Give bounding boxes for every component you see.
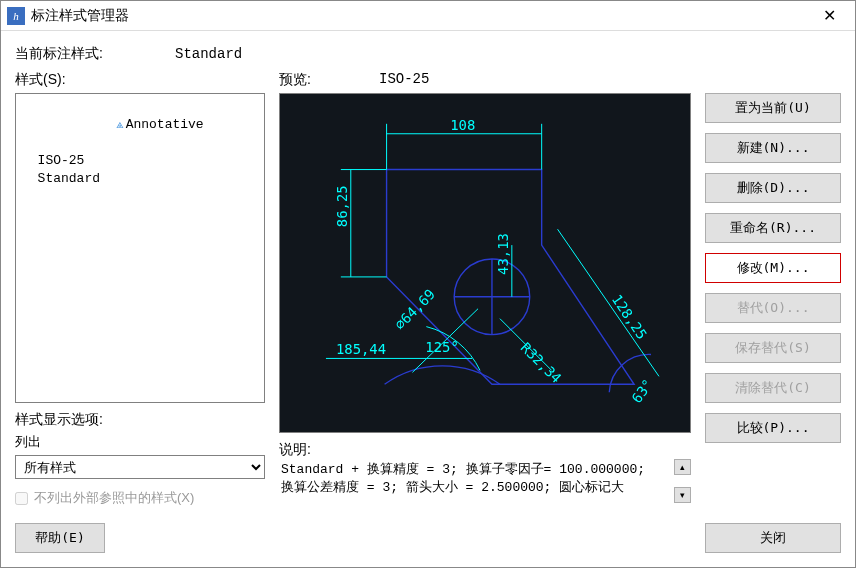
- dim-right-angle: 63°: [628, 376, 656, 406]
- current-style-label: 当前标注样式:: [15, 45, 135, 63]
- close-icon[interactable]: ✕: [809, 6, 849, 25]
- compare-button[interactable]: 比较(P)...: [705, 413, 841, 443]
- preview-name: ISO-25: [379, 71, 429, 89]
- titlebar[interactable]: h 标注样式管理器 ✕: [1, 1, 855, 31]
- style-display-label: 样式显示选项:: [15, 411, 265, 429]
- scroll-up-icon[interactable]: ▴: [674, 459, 691, 475]
- delete-button[interactable]: 删除(D)...: [705, 173, 841, 203]
- current-style-row: 当前标注样式: Standard: [15, 41, 841, 71]
- list-item[interactable]: ISO-25: [22, 152, 258, 170]
- override-button[interactable]: 替代(O)...: [705, 293, 841, 323]
- dimension-preview-svg: 108 86,25 43,13 ⌀64,69 125° 185,44 R32,3…: [280, 94, 690, 432]
- description-text: Standard + 换算精度 = 3; 换算子零因子= 100.000000;…: [279, 459, 670, 497]
- dim-right-diag: 128,25: [609, 292, 650, 343]
- dim-left: 86,25: [334, 185, 350, 227]
- app-icon: h: [7, 7, 25, 25]
- dim-bottom: 185,44: [336, 341, 386, 357]
- svg-line-13: [558, 229, 659, 376]
- modify-button[interactable]: 修改(M)...: [705, 253, 841, 283]
- current-style-value: Standard: [175, 46, 242, 62]
- description-label: 说明:: [279, 441, 691, 459]
- dim-top: 108: [450, 117, 475, 133]
- save-override-button[interactable]: 保存替代(S): [705, 333, 841, 363]
- help-button[interactable]: 帮助(E): [15, 523, 105, 553]
- preview-pane: 108 86,25 43,13 ⌀64,69 125° 185,44 R32,3…: [279, 93, 691, 433]
- window-title: 标注样式管理器: [31, 7, 809, 25]
- style-filter-dropdown[interactable]: 所有样式: [15, 455, 265, 479]
- close-button[interactable]: 关闭: [705, 523, 841, 553]
- dim-radius: R32,34: [518, 339, 565, 386]
- rename-button[interactable]: 重命名(R)...: [705, 213, 841, 243]
- styles-label: 样式(S):: [15, 71, 265, 89]
- new-button[interactable]: 新建(N)...: [705, 133, 841, 163]
- list-item[interactable]: Standard: [22, 170, 258, 188]
- annotative-icon: ⟁: [116, 117, 124, 132]
- dim-angle: 125°: [425, 339, 459, 355]
- dialog-window: h 标注样式管理器 ✕ 当前标注样式: Standard 样式(S): ⟁Ann…: [0, 0, 856, 568]
- list-label: 列出: [15, 433, 265, 451]
- set-current-button[interactable]: 置为当前(U): [705, 93, 841, 123]
- checkbox-icon: [15, 492, 28, 505]
- scroll-down-icon[interactable]: ▾: [674, 487, 691, 503]
- preview-label: 预览:: [279, 71, 379, 89]
- description-scrollbar[interactable]: ▴ ▾: [674, 459, 691, 503]
- list-item[interactable]: ⟁Annotative: [22, 98, 258, 152]
- dim-diag-left: ⌀64,69: [391, 286, 438, 333]
- clear-override-button[interactable]: 清除替代(C): [705, 373, 841, 403]
- styles-listbox[interactable]: ⟁Annotative ISO-25 Standard: [15, 93, 265, 403]
- exclude-xref-checkbox[interactable]: 不列出外部参照中的样式(X): [15, 489, 265, 507]
- dim-center: 43,13: [495, 233, 511, 275]
